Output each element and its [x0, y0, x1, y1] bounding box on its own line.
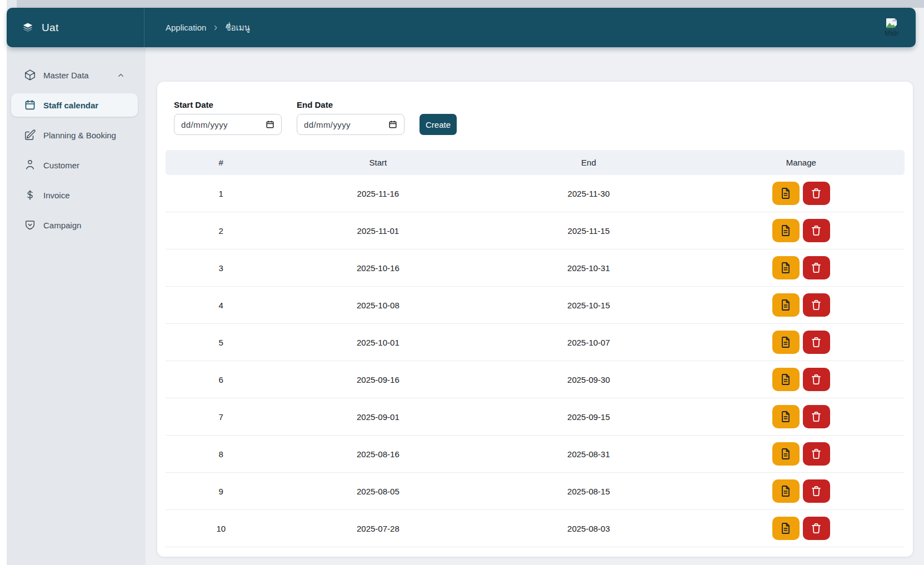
table-row: 2 2025-11-01 2025-11-15 [166, 212, 905, 249]
row-manage-cell [698, 249, 905, 287]
sidebar-item-label: Staff calendar [43, 101, 98, 110]
delete-button[interactable] [803, 368, 830, 391]
view-document-button[interactable] [772, 479, 800, 503]
delete-button[interactable] [803, 442, 830, 466]
column-header-manage: Manage [698, 150, 905, 175]
sidebar: Master Data Staff calendar Planning [7, 60, 146, 240]
view-document-button[interactable] [772, 405, 800, 428]
document-icon [779, 522, 792, 535]
column-header-start: Start [277, 150, 480, 175]
app-header: Uat Application ชื่อเมนู Midr [7, 8, 916, 47]
trash-icon [810, 187, 823, 200]
document-icon [779, 447, 792, 461]
table-row: 7 2025-09-01 2025-09-15 [166, 398, 905, 436]
sidebar-item-label: Campaign [43, 221, 81, 230]
row-index: 5 [166, 324, 277, 361]
row-end-date: 2025-10-07 [480, 324, 697, 361]
row-actions [698, 293, 905, 317]
avatar[interactable]: Midr [877, 12, 907, 44]
layers-icon [22, 22, 34, 34]
sidebar-item-campaign[interactable]: Campaign [7, 210, 146, 240]
breadcrumb-item-application[interactable]: Application [166, 23, 206, 32]
row-start-date: 2025-08-05 [277, 473, 480, 510]
delete-button[interactable] [803, 517, 830, 540]
row-actions [698, 368, 905, 391]
end-date-input[interactable] [304, 120, 388, 129]
delete-button[interactable] [803, 219, 830, 242]
row-manage-cell [698, 473, 905, 510]
trash-icon [810, 522, 823, 535]
row-start-date: 2025-11-01 [277, 212, 480, 249]
row-manage-cell [698, 287, 905, 324]
delete-button[interactable] [803, 182, 830, 205]
view-document-button[interactable] [772, 517, 800, 540]
start-date-input[interactable] [181, 120, 266, 129]
user-icon [24, 159, 36, 171]
start-date-input-box [174, 114, 282, 135]
view-document-button[interactable] [772, 256, 800, 279]
row-manage-cell [698, 212, 905, 249]
trash-icon [810, 298, 823, 312]
sidebar-item-invoice[interactable]: Invoice [7, 180, 146, 210]
delete-button[interactable] [803, 256, 830, 279]
view-document-button[interactable] [772, 219, 800, 242]
sidebar-item-staff-calendar[interactable]: Staff calendar [7, 90, 146, 120]
filter-bar: Start Date End Date [174, 100, 905, 135]
trash-icon [810, 261, 823, 274]
start-date-picker-button[interactable] [266, 120, 274, 129]
view-document-button[interactable] [772, 182, 800, 205]
row-actions [698, 331, 905, 354]
row-manage-cell [698, 324, 905, 361]
document-icon [779, 410, 792, 423]
row-actions [698, 479, 905, 503]
top-band [17, 0, 924, 8]
row-end-date: 2025-08-03 [480, 510, 697, 547]
row-start-date: 2025-10-08 [277, 287, 480, 324]
delete-button[interactable] [803, 293, 830, 317]
table-row: 4 2025-10-08 2025-10-15 [166, 287, 905, 324]
sidebar-item-master-data[interactable]: Master Data [7, 60, 146, 90]
row-start-date: 2025-09-16 [277, 361, 480, 398]
end-date-picker-button[interactable] [388, 120, 397, 129]
calendar-picker-icon [388, 120, 397, 129]
row-actions [698, 405, 905, 428]
staff-calendar-table: # Start End Manage 1 2025-11-16 2025-11-… [166, 150, 905, 547]
table-row: 6 2025-09-16 2025-09-30 [166, 361, 905, 398]
row-manage-cell [698, 175, 905, 212]
row-index: 9 [166, 473, 277, 510]
row-index: 4 [166, 287, 277, 324]
document-icon [779, 224, 792, 237]
package-icon [24, 69, 36, 81]
row-start-date: 2025-07-28 [277, 510, 480, 547]
row-start-date: 2025-08-16 [277, 436, 480, 473]
view-document-button[interactable] [772, 442, 800, 466]
row-end-date: 2025-09-15 [480, 398, 697, 436]
chevron-right-icon [212, 24, 219, 31]
view-document-button[interactable] [772, 331, 800, 354]
content-card: Start Date End Date [157, 82, 913, 557]
document-icon [779, 261, 792, 274]
brand[interactable]: Uat [7, 8, 144, 47]
delete-button[interactable] [803, 479, 830, 503]
end-date-label: End Date [297, 100, 404, 109]
sidebar-item-customer[interactable]: Customer [7, 150, 146, 180]
sidebar-item-planning-booking[interactable]: Planning & Booking [7, 120, 146, 150]
table-row: 9 2025-08-05 2025-08-15 [166, 473, 905, 510]
row-start-date: 2025-10-01 [277, 324, 480, 361]
calendar-picker-icon [266, 120, 274, 129]
calendar-icon [24, 99, 36, 111]
row-start-date: 2025-10-16 [277, 249, 480, 287]
edit-icon [24, 129, 36, 141]
delete-button[interactable] [803, 405, 830, 428]
delete-button[interactable] [803, 331, 830, 354]
document-icon [779, 373, 792, 386]
table-row: 8 2025-08-16 2025-08-31 [166, 436, 905, 473]
column-header-index: # [166, 150, 277, 175]
document-icon [779, 187, 792, 200]
create-button[interactable]: Create [419, 114, 457, 135]
row-manage-cell [698, 510, 905, 547]
view-document-button[interactable] [772, 368, 800, 391]
breadcrumb: Application ชื่อเมนู [144, 21, 250, 34]
brand-name: Uat [42, 22, 58, 34]
view-document-button[interactable] [772, 293, 800, 317]
